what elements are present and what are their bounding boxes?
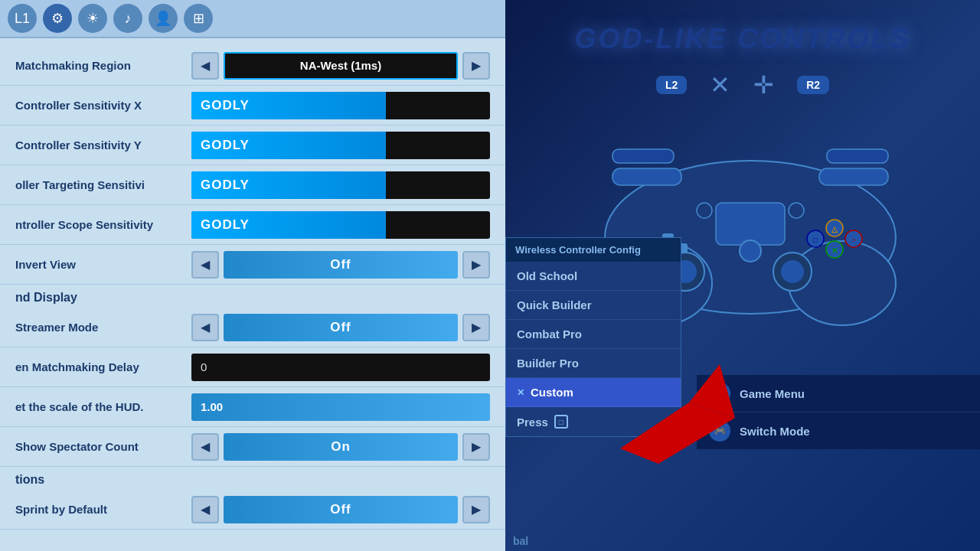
sensitivity-y-control: GODLY	[191, 132, 490, 159]
top-nav: L1 ⚙ ☀ ♪ 👤 ⊞	[0, 0, 505, 38]
matchmaking-region-row: Matchmaking Region ◀ NA-West (1ms) ▶	[0, 46, 505, 86]
sensitivity-x-bar: GODLY	[191, 92, 490, 119]
streamer-mode-left-arrow[interactable]: ◀	[191, 314, 219, 341]
scope-sensitivity-row: ntroller Scope Sensitivity GODLY	[0, 205, 505, 245]
sensitivity-x-control: GODLY	[191, 92, 490, 119]
svg-rect-5	[819, 168, 888, 185]
sprint-default-left-arrow[interactable]: ◀	[191, 496, 219, 523]
custom-label: Custom	[531, 386, 573, 399]
svg-point-8	[697, 203, 712, 218]
scope-sensitivity-bar: GODLY	[191, 211, 490, 239]
sensitivity-y-label: Controller Sensitivity Y	[15, 139, 191, 152]
game-menu-row: 🎮 Game Menu	[697, 375, 980, 412]
matchmaking-delay-label: en Matchmaking Delay	[15, 360, 191, 373]
matchmaking-region-left-arrow[interactable]: ◀	[191, 52, 219, 80]
sprint-default-right-arrow[interactable]: ▶	[462, 496, 490, 523]
sensitivity-x-value: GODLY	[201, 98, 250, 113]
targeting-sensitivity-label: oller Targeting Sensitivi	[15, 178, 191, 191]
sensitivity-x-row: Controller Sensitivity X GODLY	[0, 86, 505, 126]
nav-l1[interactable]: L1	[8, 4, 37, 33]
nav-sound[interactable]: ♪	[113, 4, 142, 33]
targeting-sensitivity-value: GODLY	[201, 178, 250, 193]
custom-selected-icon: ✕	[517, 387, 524, 398]
sprint-default-row: Sprint by Default ◀ Off ▶	[0, 490, 505, 530]
svg-point-9	[789, 203, 804, 218]
streamer-mode-right-arrow[interactable]: ▶	[462, 314, 490, 341]
dropdown-item-combat-pro[interactable]: Combat Pro	[506, 320, 681, 349]
game-menu-label: Game Menu	[740, 387, 805, 400]
switch-mode-icon: 🎮	[709, 420, 730, 442]
x-cross-icon: ✕	[710, 70, 730, 99]
spectator-count-value: On	[233, 439, 458, 455]
move-icon: ✛	[753, 70, 774, 99]
dropdown-header: Wireless Controller Config	[506, 238, 681, 262]
targeting-sensitivity-control: GODLY	[191, 171, 490, 199]
invert-view-control: ◀ Off ▶	[191, 251, 490, 279]
matchmaking-region-value: NA-West (1ms)	[225, 54, 456, 78]
nav-grid[interactable]: ⊞	[184, 4, 213, 33]
global-label: bal	[513, 535, 528, 547]
matchmaking-delay-control: 0	[191, 354, 490, 381]
invert-view-bar: Off	[224, 251, 458, 279]
scope-sensitivity-control: GODLY	[191, 211, 490, 239]
left-panel: L1 ⚙ ☀ ♪ 👤 ⊞ Matchmaking Region ◀ NA-Wes…	[0, 0, 505, 551]
dropdown-item-quick-builder[interactable]: Quick Builder	[506, 291, 681, 320]
invert-view-value: Off	[233, 257, 458, 272]
spectator-count-bar: On	[224, 433, 458, 461]
press-row: Press □	[506, 407, 681, 436]
dropdown-item-custom[interactable]: ✕ Custom	[506, 378, 681, 407]
svg-rect-6	[827, 149, 888, 163]
svg-point-10	[740, 240, 761, 262]
settings-content: Matchmaking Region ◀ NA-West (1ms) ▶ Con…	[0, 38, 505, 537]
nav-brightness[interactable]: ☀	[78, 4, 107, 33]
god-like-title: GOD-LIKE CONTROLS	[505, 0, 980, 63]
scope-sensitivity-fill: GODLY	[191, 211, 386, 239]
right-panel: GOD-LIKE CONTROLS L2 ✕ ✛ R2	[505, 0, 980, 551]
spectator-count-left-arrow[interactable]: ◀	[191, 433, 219, 461]
sensitivity-y-bar: GODLY	[191, 132, 490, 159]
matchmaking-delay-value[interactable]: 0	[191, 354, 490, 381]
sprint-default-label: Sprint by Default	[15, 503, 191, 516]
sound-display-section: nd Display	[0, 285, 505, 308]
streamer-mode-label: Streamer Mode	[15, 321, 191, 334]
targeting-sensitivity-bar: GODLY	[191, 171, 490, 199]
button-icons-row: L2 ✕ ✛ R2	[505, 63, 980, 107]
right-info-panel: 🎮 Game Menu 🎮 Switch Mode	[697, 375, 980, 449]
controller-config-dropdown[interactable]: Wireless Controller Config Old School Qu…	[505, 237, 681, 437]
l2-badge: L2	[656, 76, 687, 94]
switch-mode-row: 🎮 Switch Mode	[697, 412, 980, 449]
streamer-mode-bar: Off	[224, 314, 458, 341]
sensitivity-y-value: GODLY	[201, 138, 250, 153]
hud-scale-value[interactable]: 1.00	[191, 393, 490, 421]
svg-rect-3	[612, 168, 681, 185]
sprint-default-fill: Off	[224, 496, 458, 523]
scope-sensitivity-label: ntroller Scope Sensitivity	[15, 218, 191, 231]
invert-view-right-arrow[interactable]: ▶	[462, 251, 490, 279]
spectator-count-row: Show Spectator Count ◀ On ▶	[0, 427, 505, 467]
hud-scale-control: 1.00	[191, 393, 490, 421]
invert-view-label: Invert View	[15, 258, 191, 271]
options-section: tions	[0, 467, 505, 490]
invert-view-fill: Off	[224, 251, 458, 279]
streamer-mode-fill: Off	[224, 314, 458, 341]
dropdown-item-builder-pro[interactable]: Builder Pro	[506, 349, 681, 378]
nav-gear[interactable]: ⚙	[43, 4, 72, 33]
streamer-mode-control: ◀ Off ▶	[191, 314, 490, 341]
game-menu-icon: 🎮	[709, 383, 730, 404]
hud-scale-row: et the scale of the HUD. 1.00	[0, 387, 505, 427]
sprint-default-value: Off	[233, 502, 458, 517]
streamer-mode-value: Off	[233, 320, 458, 335]
matchmaking-region-right-arrow[interactable]: ▶	[462, 52, 490, 80]
spectator-count-fill: On	[224, 433, 458, 461]
spectator-count-right-arrow[interactable]: ▶	[462, 433, 490, 461]
svg-text:□: □	[813, 236, 818, 244]
svg-point-16	[781, 260, 804, 283]
dropdown-item-old-school[interactable]: Old School	[506, 262, 681, 291]
matchmaking-region-value-box: NA-West (1ms)	[224, 52, 458, 80]
svg-text:○: ○	[851, 236, 856, 244]
svg-rect-7	[716, 203, 785, 245]
press-label: Press	[517, 416, 548, 429]
invert-view-left-arrow[interactable]: ◀	[191, 251, 219, 279]
nav-user[interactable]: 👤	[149, 4, 178, 33]
svg-rect-4	[612, 149, 674, 163]
